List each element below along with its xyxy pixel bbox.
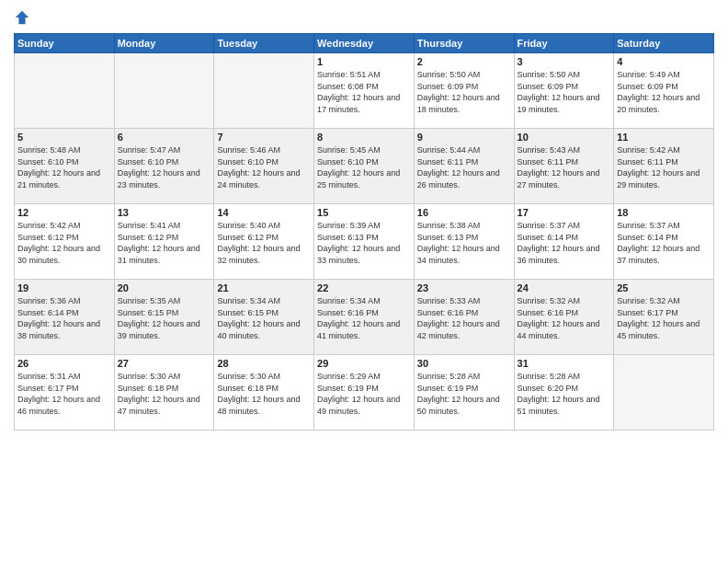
calendar-cell: 21Sunrise: 5:34 AMSunset: 6:15 PMDayligh… xyxy=(214,280,314,355)
day-number: 30 xyxy=(417,358,511,369)
day-info: Sunrise: 5:50 AMSunset: 6:09 PMDaylight:… xyxy=(518,69,611,115)
calendar-cell xyxy=(614,355,714,431)
day-info: Sunrise: 5:42 AMSunset: 6:11 PMDaylight:… xyxy=(617,144,711,190)
day-number: 28 xyxy=(217,358,311,369)
day-info: Sunrise: 5:34 AMSunset: 6:16 PMDaylight:… xyxy=(317,295,411,341)
week-row: 26Sunrise: 5:31 AMSunset: 6:17 PMDayligh… xyxy=(15,355,714,431)
day-info: Sunrise: 5:32 AMSunset: 6:17 PMDaylight:… xyxy=(617,295,711,341)
header xyxy=(14,9,714,26)
weekday-header: Sunday xyxy=(15,34,115,53)
day-number: 26 xyxy=(17,358,111,369)
calendar-cell: 6Sunrise: 5:47 AMSunset: 6:10 PMDaylight… xyxy=(114,129,214,204)
day-info: Sunrise: 5:30 AMSunset: 6:18 PMDaylight:… xyxy=(217,371,311,417)
calendar-cell: 20Sunrise: 5:35 AMSunset: 6:15 PMDayligh… xyxy=(114,280,214,355)
day-number: 23 xyxy=(417,282,511,293)
day-info: Sunrise: 5:28 AMSunset: 6:20 PMDaylight:… xyxy=(518,371,611,417)
calendar-cell: 19Sunrise: 5:36 AMSunset: 6:14 PMDayligh… xyxy=(15,280,115,355)
day-number: 25 xyxy=(617,282,711,293)
day-number: 7 xyxy=(217,132,311,143)
day-info: Sunrise: 5:45 AMSunset: 6:10 PMDaylight:… xyxy=(317,144,411,190)
day-number: 17 xyxy=(518,207,611,218)
calendar-cell: 30Sunrise: 5:28 AMSunset: 6:19 PMDayligh… xyxy=(414,355,514,431)
calendar-cell: 27Sunrise: 5:30 AMSunset: 6:18 PMDayligh… xyxy=(114,355,214,431)
calendar-cell: 25Sunrise: 5:32 AMSunset: 6:17 PMDayligh… xyxy=(614,280,714,355)
day-number: 4 xyxy=(617,56,711,67)
day-info: Sunrise: 5:31 AMSunset: 6:17 PMDaylight:… xyxy=(17,371,111,417)
day-number: 9 xyxy=(417,132,511,143)
calendar-cell: 29Sunrise: 5:29 AMSunset: 6:19 PMDayligh… xyxy=(314,355,415,431)
day-number: 18 xyxy=(617,207,711,218)
day-number: 11 xyxy=(617,132,711,143)
day-info: Sunrise: 5:46 AMSunset: 6:10 PMDaylight:… xyxy=(217,144,311,190)
weekday-header: Saturday xyxy=(614,34,714,53)
day-number: 19 xyxy=(17,282,111,293)
calendar-cell: 26Sunrise: 5:31 AMSunset: 6:17 PMDayligh… xyxy=(15,355,115,431)
calendar-cell: 10Sunrise: 5:43 AMSunset: 6:11 PMDayligh… xyxy=(514,129,614,204)
day-number: 24 xyxy=(518,282,611,293)
day-info: Sunrise: 5:29 AMSunset: 6:19 PMDaylight:… xyxy=(317,371,411,417)
day-number: 2 xyxy=(417,56,511,67)
page: SundayMondayTuesdayWednesdayThursdayFrid… xyxy=(0,0,728,563)
day-number: 8 xyxy=(317,132,411,143)
calendar-cell: 13Sunrise: 5:41 AMSunset: 6:12 PMDayligh… xyxy=(114,204,214,280)
calendar-cell: 2Sunrise: 5:50 AMSunset: 6:09 PMDaylight… xyxy=(414,53,514,129)
logo-icon xyxy=(14,9,30,26)
day-info: Sunrise: 5:43 AMSunset: 6:11 PMDaylight:… xyxy=(518,144,611,190)
weekday-header: Wednesday xyxy=(314,34,415,53)
calendar-cell xyxy=(114,53,214,129)
calendar-cell: 8Sunrise: 5:45 AMSunset: 6:10 PMDaylight… xyxy=(314,129,415,204)
day-number: 6 xyxy=(118,132,211,143)
day-info: Sunrise: 5:51 AMSunset: 6:08 PMDaylight:… xyxy=(317,69,411,115)
day-number: 20 xyxy=(118,282,211,293)
week-row: 12Sunrise: 5:42 AMSunset: 6:12 PMDayligh… xyxy=(15,204,714,280)
calendar-cell: 5Sunrise: 5:48 AMSunset: 6:10 PMDaylight… xyxy=(15,129,115,204)
calendar-cell: 11Sunrise: 5:42 AMSunset: 6:11 PMDayligh… xyxy=(614,129,714,204)
day-info: Sunrise: 5:44 AMSunset: 6:11 PMDaylight:… xyxy=(417,144,511,190)
day-number: 10 xyxy=(518,132,611,143)
day-info: Sunrise: 5:33 AMSunset: 6:16 PMDaylight:… xyxy=(417,295,511,341)
day-info: Sunrise: 5:37 AMSunset: 6:14 PMDaylight:… xyxy=(518,220,611,266)
day-info: Sunrise: 5:47 AMSunset: 6:10 PMDaylight:… xyxy=(118,144,211,190)
day-number: 13 xyxy=(118,207,211,218)
day-info: Sunrise: 5:39 AMSunset: 6:13 PMDaylight:… xyxy=(317,220,411,266)
day-number: 12 xyxy=(17,207,111,218)
day-info: Sunrise: 5:30 AMSunset: 6:18 PMDaylight:… xyxy=(118,371,211,417)
weekday-header: Monday xyxy=(114,34,214,53)
day-info: Sunrise: 5:38 AMSunset: 6:13 PMDaylight:… xyxy=(417,220,511,266)
day-number: 5 xyxy=(17,132,111,143)
calendar: SundayMondayTuesdayWednesdayThursdayFrid… xyxy=(14,33,714,431)
day-info: Sunrise: 5:36 AMSunset: 6:14 PMDaylight:… xyxy=(17,295,111,341)
calendar-cell: 24Sunrise: 5:32 AMSunset: 6:16 PMDayligh… xyxy=(514,280,614,355)
calendar-cell: 22Sunrise: 5:34 AMSunset: 6:16 PMDayligh… xyxy=(314,280,415,355)
logo xyxy=(14,9,34,26)
calendar-cell: 1Sunrise: 5:51 AMSunset: 6:08 PMDaylight… xyxy=(314,53,415,129)
calendar-cell: 28Sunrise: 5:30 AMSunset: 6:18 PMDayligh… xyxy=(214,355,314,431)
week-row: 19Sunrise: 5:36 AMSunset: 6:14 PMDayligh… xyxy=(15,280,714,355)
day-info: Sunrise: 5:40 AMSunset: 6:12 PMDaylight:… xyxy=(217,220,311,266)
svg-marker-0 xyxy=(16,11,28,24)
calendar-cell: 4Sunrise: 5:49 AMSunset: 6:09 PMDaylight… xyxy=(614,53,714,129)
calendar-cell: 16Sunrise: 5:38 AMSunset: 6:13 PMDayligh… xyxy=(414,204,514,280)
calendar-cell: 15Sunrise: 5:39 AMSunset: 6:13 PMDayligh… xyxy=(314,204,415,280)
day-number: 16 xyxy=(417,207,511,218)
calendar-cell xyxy=(15,53,115,129)
day-number: 31 xyxy=(518,358,611,369)
day-number: 27 xyxy=(118,358,211,369)
day-number: 15 xyxy=(317,207,411,218)
day-number: 3 xyxy=(518,56,611,67)
day-number: 22 xyxy=(317,282,411,293)
day-info: Sunrise: 5:37 AMSunset: 6:14 PMDaylight:… xyxy=(617,220,711,266)
day-info: Sunrise: 5:42 AMSunset: 6:12 PMDaylight:… xyxy=(17,220,111,266)
weekday-header-row: SundayMondayTuesdayWednesdayThursdayFrid… xyxy=(15,34,714,53)
week-row: 1Sunrise: 5:51 AMSunset: 6:08 PMDaylight… xyxy=(15,53,714,129)
calendar-cell: 9Sunrise: 5:44 AMSunset: 6:11 PMDaylight… xyxy=(414,129,514,204)
day-info: Sunrise: 5:48 AMSunset: 6:10 PMDaylight:… xyxy=(17,144,111,190)
weekday-header: Thursday xyxy=(414,34,514,53)
day-number: 14 xyxy=(217,207,311,218)
calendar-cell xyxy=(214,53,314,129)
week-row: 5Sunrise: 5:48 AMSunset: 6:10 PMDaylight… xyxy=(15,129,714,204)
calendar-cell: 17Sunrise: 5:37 AMSunset: 6:14 PMDayligh… xyxy=(514,204,614,280)
calendar-cell: 12Sunrise: 5:42 AMSunset: 6:12 PMDayligh… xyxy=(15,204,115,280)
day-number: 29 xyxy=(317,358,411,369)
calendar-cell: 23Sunrise: 5:33 AMSunset: 6:16 PMDayligh… xyxy=(414,280,514,355)
